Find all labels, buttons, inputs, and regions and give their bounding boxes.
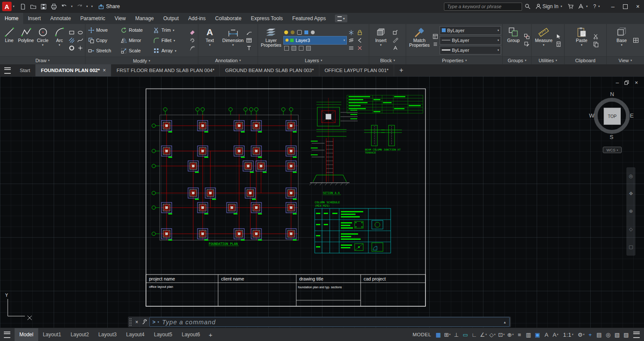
object-snap-tracking-icon[interactable]: ⊡▾ xyxy=(497,330,506,339)
panel-label-block[interactable]: Block▾ xyxy=(369,56,406,64)
circle-button[interactable]: Circle ▾ xyxy=(35,25,51,55)
trim-button[interactable]: Trim▾ xyxy=(152,25,188,35)
file-tab-menu-button[interactable] xyxy=(0,64,15,76)
command-line-grip[interactable] xyxy=(129,318,132,326)
ellipse-button[interactable] xyxy=(77,29,83,36)
viewcube-south[interactable]: S xyxy=(610,134,614,140)
dynamic-input-icon[interactable]: ▭ xyxy=(461,330,470,339)
share-button[interactable]: Share xyxy=(98,3,120,9)
layer-on-icon[interactable] xyxy=(284,30,288,34)
menu-tab-insert[interactable]: Insert xyxy=(23,13,46,24)
undo-button[interactable] xyxy=(60,2,69,11)
layer-dropdown[interactable]: Layer3 ▾ xyxy=(283,36,347,45)
panel-label-clipboard[interactable]: Clipboard xyxy=(565,56,606,64)
new-drawing-tab-button[interactable]: + xyxy=(394,64,408,76)
layer-properties-button[interactable]: Layer Properties xyxy=(259,25,283,55)
create-block-button[interactable] xyxy=(392,29,398,36)
lineweight-icon[interactable]: ≡ xyxy=(515,330,524,339)
layer-color-icon[interactable] xyxy=(304,30,308,34)
quick-select-button[interactable] xyxy=(555,33,562,39)
panel-label-groups[interactable]: Groups▾ xyxy=(503,56,531,64)
maximize-button[interactable] xyxy=(619,0,632,13)
layer-freeze-icon[interactable] xyxy=(291,30,295,34)
panel-label-draw[interactable]: Draw▾ xyxy=(0,56,85,64)
paste-button[interactable]: Paste ▾ xyxy=(571,25,592,55)
tab-close-icon[interactable]: × xyxy=(103,67,106,73)
rotate-button[interactable]: Rotate xyxy=(119,25,152,35)
layer-prev-button[interactable] xyxy=(356,37,363,43)
search-icon[interactable] xyxy=(525,3,531,9)
app-store-button[interactable] xyxy=(568,3,574,9)
layer-lock-icon[interactable] xyxy=(297,30,302,35)
layer-walk-button[interactable] xyxy=(348,37,354,43)
help-button[interactable]: ? ▾ xyxy=(593,3,601,9)
customization-icon[interactable] xyxy=(633,332,640,338)
dimension-button[interactable]: Dimension ▾ xyxy=(221,25,245,55)
menu-tab-view[interactable]: View xyxy=(110,13,131,24)
line-button[interactable]: Line xyxy=(1,25,17,55)
group-edit-button[interactable] xyxy=(523,41,530,47)
rectangle-button[interactable] xyxy=(68,29,75,36)
layer-delete-button[interactable] xyxy=(356,45,363,51)
edit-block-button[interactable] xyxy=(392,37,398,43)
new-file-button[interactable] xyxy=(18,2,28,11)
snap-mode-icon[interactable]: ⊞▾ xyxy=(443,330,452,339)
properties-palette-button[interactable] xyxy=(432,33,439,39)
layer-match-icon[interactable] xyxy=(306,46,311,51)
base-button[interactable]: Base ▾ xyxy=(611,25,632,55)
layer-off-icon[interactable] xyxy=(299,46,304,51)
hatch-button[interactable] xyxy=(68,37,75,43)
app-menu-caret-icon[interactable]: ▾ xyxy=(13,5,15,8)
match-properties-button[interactable]: Match Properties xyxy=(407,25,431,55)
layer-isolate-icon[interactable] xyxy=(284,46,289,51)
array-button[interactable]: Array▾ xyxy=(152,45,188,56)
copy-clip-button[interactable] xyxy=(593,41,599,47)
ortho-mode-icon[interactable]: ∟ xyxy=(470,330,479,339)
copy-button[interactable]: Copy xyxy=(87,35,119,45)
showmotion-icon[interactable]: ▢ xyxy=(629,244,633,250)
annotation-scale-control[interactable]: 1:1▾ xyxy=(562,330,574,339)
menu-tab-collaborate[interactable]: Collaborate xyxy=(210,13,246,24)
menu-tab-featured-apps[interactable]: Featured Apps xyxy=(288,13,331,24)
text-button[interactable]: A Text ▾ xyxy=(200,25,220,55)
menu-tab-express-tools[interactable]: Express Tools xyxy=(246,13,287,24)
point-button[interactable] xyxy=(77,45,83,51)
clean-screen-icon[interactable]: ▨ xyxy=(622,330,631,339)
text-style-button[interactable] xyxy=(246,45,252,51)
orbit-icon[interactable]: ◇ xyxy=(629,226,632,232)
measure-button[interactable]: Measure ▾ xyxy=(533,25,554,55)
linetype-dropdown[interactable]: ByLayer ▾ xyxy=(440,36,501,45)
panel-label-modify[interactable]: Modify▾ xyxy=(85,57,198,64)
layout-tab-layout1[interactable]: Layout1 xyxy=(38,328,66,341)
menu-tab-home[interactable]: Home xyxy=(0,13,23,24)
panel-label-properties[interactable]: Properties▾ xyxy=(406,56,502,64)
qat-customize-caret-icon[interactable]: ▾ xyxy=(91,5,93,8)
redo-button[interactable] xyxy=(75,2,84,11)
list-button[interactable] xyxy=(432,41,439,47)
quick-properties-icon[interactable]: ▤ xyxy=(595,330,604,339)
quick-calc-button[interactable] xyxy=(555,41,562,47)
menu-tab-parametric[interactable]: Parametric xyxy=(76,13,110,24)
navigation-bar[interactable]: ◎ ✥ ⊕ ◇ ▢ xyxy=(626,167,635,256)
mirror-button[interactable]: Mirror xyxy=(119,35,152,45)
drawing-area[interactable]: FOUNDATION PLANSETION A-ABEAM COLUMN JUN… xyxy=(0,76,644,328)
leader-button[interactable] xyxy=(246,29,252,36)
polyline-button[interactable]: Polyline xyxy=(18,25,34,55)
full-navigation-wheel-icon[interactable]: ◎ xyxy=(629,173,633,179)
donut-button[interactable] xyxy=(68,45,75,51)
ungroup-button[interactable] xyxy=(523,33,530,39)
recent-commands-caret-icon[interactable]: ▾ xyxy=(158,320,159,324)
offset-button[interactable] xyxy=(189,45,195,51)
autocad-logo-button[interactable]: A xyxy=(2,2,12,11)
fillet-button[interactable]: Fillet▾ xyxy=(152,35,188,45)
layer-lock-tool-button[interactable] xyxy=(356,29,363,36)
redo-caret-icon[interactable]: ▾ xyxy=(86,5,88,8)
open-file-button[interactable] xyxy=(29,2,38,11)
move-button[interactable]: Move xyxy=(87,25,119,35)
layout-tab-layout6[interactable]: Layout6 xyxy=(177,328,205,341)
command-line[interactable]: × > ▾ ▴ xyxy=(128,317,511,327)
viewcube-west[interactable]: W xyxy=(589,112,594,119)
layer-merge-button[interactable] xyxy=(348,45,354,51)
command-input[interactable] xyxy=(161,318,502,326)
file-tab-foundation-plan-002[interactable]: FOUNDATION PLAN 002*× xyxy=(36,64,111,76)
